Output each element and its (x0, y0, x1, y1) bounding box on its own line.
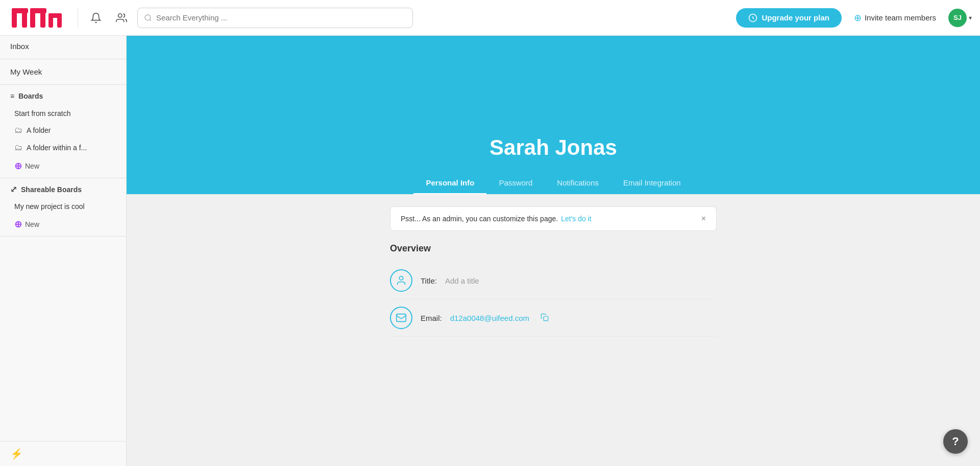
sidebar-start-from-scratch[interactable]: Start from scratch (0, 105, 126, 122)
app-logo[interactable] (8, 5, 69, 31)
profile-banner: Sarah Jonas Personal Info Password Notif… (127, 36, 980, 194)
app-header: Upgrade your plan ⊕ Invite team members … (0, 0, 980, 36)
profile-field-email: Email: d12a0048@uifeed.com (390, 299, 717, 337)
team-button[interactable] (112, 8, 131, 28)
boards-new-button[interactable]: ⊕ New (0, 156, 126, 176)
overview-title: Overview (390, 243, 717, 254)
svg-rect-2 (22, 8, 27, 28)
sidebar-folder-2[interactable]: 🗂 A folder within a f... (0, 139, 126, 156)
svg-rect-5 (40, 8, 45, 28)
folder-icon-2: 🗂 (14, 143, 22, 152)
svg-point-9 (118, 13, 122, 17)
shareable-new-button[interactable]: ⊕ New (0, 215, 126, 234)
lightning-icon[interactable]: ⚡ (10, 448, 23, 460)
new-plus-icon-1: ⊕ (14, 160, 22, 172)
search-icon (144, 14, 152, 22)
title-label: Title: (421, 276, 437, 285)
notifications-button[interactable] (86, 8, 106, 28)
sidebar-divider-4 (0, 236, 126, 237)
boards-menu-icon: ≡ (10, 92, 14, 100)
sidebar-boards-header[interactable]: ≡ Boards (0, 87, 126, 105)
upgrade-button[interactable]: Upgrade your plan (736, 8, 842, 28)
copy-email-icon[interactable] (541, 313, 549, 323)
profile-content: Psst... As an admin, you can customize t… (127, 194, 980, 466)
header-divider (78, 9, 78, 27)
search-bar[interactable] (137, 8, 413, 28)
email-field-icon (390, 307, 412, 329)
svg-rect-13 (397, 314, 406, 322)
email-value: d12a0048@uifeed.com (450, 314, 529, 322)
search-input[interactable] (156, 13, 406, 22)
tab-notifications[interactable]: Notifications (545, 172, 611, 194)
profile-field-title: Title: Add a title (390, 262, 717, 299)
title-field-icon (390, 269, 412, 292)
sidebar-item-my-week[interactable]: My Week (0, 61, 126, 82)
title-value[interactable]: Add a title (445, 276, 479, 285)
sidebar-folder-1[interactable]: 🗂 A folder (0, 122, 126, 139)
sidebar-shareable-boards-header[interactable]: ⤢ Shareable Boards (0, 180, 126, 198)
overview-section: Overview Title: Add a title (390, 243, 717, 337)
svg-rect-8 (57, 13, 62, 28)
profile-name: Sarah Jonas (489, 135, 617, 160)
avatar-chevron-icon: ▾ (969, 14, 972, 21)
svg-point-10 (145, 15, 151, 20)
svg-rect-14 (544, 316, 548, 321)
sidebar-bottom: ⚡ (0, 441, 126, 466)
folder-icon-1: 🗂 (14, 126, 22, 135)
admin-notice: Psst... As an admin, you can customize t… (390, 206, 717, 231)
tab-password[interactable]: Password (486, 172, 545, 194)
help-button[interactable]: ? (943, 429, 968, 454)
invite-button[interactable]: ⊕ Invite team members (848, 8, 942, 28)
tab-email-integration[interactable]: Email Integration (611, 172, 693, 194)
email-label: Email: (421, 314, 442, 322)
svg-point-12 (399, 276, 403, 280)
admin-notice-text: Psst... As an admin, you can customize t… (401, 215, 592, 223)
lets-do-it-link[interactable]: Let's do it (561, 215, 592, 223)
user-avatar-button[interactable]: SJ ▾ (948, 9, 972, 27)
avatar: SJ (948, 9, 967, 27)
close-notice-button[interactable]: × (701, 214, 706, 223)
profile-tabs: Personal Info Password Notifications Ema… (413, 172, 693, 194)
new-plus-icon-2: ⊕ (14, 219, 22, 230)
sidebar: Inbox My Week ≡ Boards Start from scratc… (0, 36, 127, 466)
shareable-icon: ⤢ (10, 184, 17, 194)
sidebar-item-inbox[interactable]: Inbox (0, 36, 126, 57)
tab-personal-info[interactable]: Personal Info (413, 172, 486, 194)
sidebar-divider-2 (0, 84, 126, 85)
sidebar-project-item[interactable]: My new project is cool (0, 198, 126, 215)
sidebar-divider-3 (0, 178, 126, 178)
main-content: Sarah Jonas Personal Info Password Notif… (127, 36, 980, 466)
sidebar-divider-1 (0, 59, 126, 59)
